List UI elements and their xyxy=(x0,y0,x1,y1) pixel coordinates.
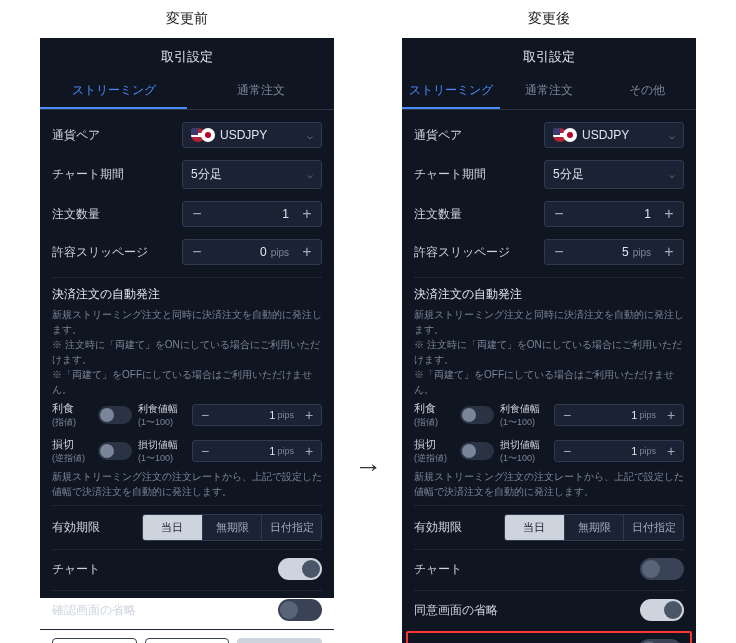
consent-skip-label: 同意画面の省略 xyxy=(414,602,498,619)
after-panel: 取引設定 ストリーミング 通常注文 その他 通貨ペア USDJPY ⌵ チャート… xyxy=(402,38,696,643)
tp-stepper[interactable]: − 1 pips + xyxy=(554,404,684,426)
tp-label: 利食 xyxy=(52,401,92,416)
chart-toggle-label: チャート xyxy=(52,561,100,578)
plus-button[interactable]: + xyxy=(655,240,683,264)
tab-streaming[interactable]: ストリーミング xyxy=(40,74,187,109)
slippage-label: 許容スリッページ xyxy=(52,244,148,261)
chevron-down-icon: ⌵ xyxy=(669,130,675,141)
tp-sub: (指値) xyxy=(52,416,92,429)
chevron-down-icon: ⌵ xyxy=(307,169,313,180)
chart-period-select[interactable]: 5分足 ⌵ xyxy=(544,160,684,189)
currency-pair-select[interactable]: USDJPY ⌵ xyxy=(182,122,322,148)
sl-stepper[interactable]: − 1 pips + xyxy=(192,440,322,462)
chart-period-value: 5分足 xyxy=(191,166,222,183)
sl-range: (1〜100) xyxy=(138,452,186,465)
tp-sub: (指値) xyxy=(414,416,454,429)
expiry-segment[interactable]: 当日 無期限 日付指定 xyxy=(142,514,322,541)
sl-toggle[interactable] xyxy=(98,442,132,460)
sl-value: 1 xyxy=(217,445,277,457)
plus-button[interactable]: + xyxy=(297,405,321,425)
seg-unlimited[interactable]: 無期限 xyxy=(202,515,262,540)
minus-button[interactable]: − xyxy=(183,202,211,226)
currency-pair-select[interactable]: USDJPY ⌵ xyxy=(544,122,684,148)
minus-button[interactable]: − xyxy=(545,202,573,226)
tp-stepper[interactable]: − 1 pips + xyxy=(192,404,322,426)
minus-button[interactable]: − xyxy=(555,441,579,461)
slippage-unit: pips xyxy=(633,247,655,258)
auto-settle-title: 決済注文の自動発注 xyxy=(414,286,684,303)
tab-normal-order[interactable]: 通常注文 xyxy=(500,74,598,109)
chart-toggle[interactable] xyxy=(640,558,684,580)
plus-button[interactable]: + xyxy=(659,405,683,425)
chevron-down-icon: ⌵ xyxy=(669,169,675,180)
slippage-stepper[interactable]: − 0 pips + xyxy=(182,239,322,265)
sl-label: 損切 xyxy=(52,437,92,452)
consent-skip-toggle[interactable] xyxy=(640,599,684,621)
seg-today[interactable]: 当日 xyxy=(505,515,564,540)
seg-date[interactable]: 日付指定 xyxy=(261,515,321,540)
sl-toggle[interactable] xyxy=(460,442,494,460)
seg-unlimited[interactable]: 無期限 xyxy=(564,515,624,540)
cancel-button[interactable]: キャンセル xyxy=(145,638,230,643)
tp-width-label: 利食値幅 xyxy=(500,402,548,416)
auto-settle-note1: ※ 注文時に「両建て」をONにしている場合にご利用いただけます。 xyxy=(52,337,322,367)
plus-button[interactable]: + xyxy=(293,240,321,264)
complete-skip-toggle[interactable] xyxy=(638,639,682,643)
panel-header: 取引設定 xyxy=(402,38,696,74)
reset-button[interactable]: 初期化 xyxy=(52,638,137,643)
tp-label: 利食 xyxy=(414,401,454,416)
before-title: 変更前 xyxy=(166,10,208,28)
auto-note: 新規ストリーミング注文の注文レートから、上記で設定した値幅で決済注文を自動的に発… xyxy=(414,469,684,499)
minus-button[interactable]: − xyxy=(193,441,217,461)
seg-date[interactable]: 日付指定 xyxy=(623,515,683,540)
plus-button[interactable]: + xyxy=(297,441,321,461)
slippage-value: 5 xyxy=(573,245,633,259)
chart-period-label: チャート期間 xyxy=(414,166,486,183)
tp-toggle[interactable] xyxy=(460,406,494,424)
tab-streaming[interactable]: ストリーミング xyxy=(402,74,500,109)
minus-button[interactable]: − xyxy=(193,405,217,425)
after-title: 変更後 xyxy=(528,10,570,28)
order-qty-stepper[interactable]: − 1 + xyxy=(544,201,684,227)
plus-button[interactable]: + xyxy=(655,202,683,226)
tp-range: (1〜100) xyxy=(138,416,186,429)
auto-note: 新規ストリーミング注文の注文レートから、上記で設定した値幅で決済注文を自動的に発… xyxy=(52,469,322,499)
sl-unit: pips xyxy=(277,446,297,456)
order-qty-value: 1 xyxy=(211,207,293,221)
chart-period-select[interactable]: 5分足 ⌵ xyxy=(182,160,322,189)
chevron-down-icon: ⌵ xyxy=(307,130,313,141)
plus-button[interactable]: + xyxy=(659,441,683,461)
minus-button[interactable]: − xyxy=(555,405,579,425)
chart-toggle[interactable] xyxy=(278,558,322,580)
order-qty-value: 1 xyxy=(573,207,655,221)
before-panel: 取引設定 ストリーミング 通常注文 通貨ペア USDJPY ⌵ チャート期間 5… xyxy=(40,38,334,598)
arrow-icon: → xyxy=(354,451,382,483)
sl-stepper[interactable]: − 1 pips + xyxy=(554,440,684,462)
currency-pair-label: 通貨ペア xyxy=(52,127,100,144)
sl-unit: pips xyxy=(639,446,659,456)
flag-usdjpy-icon xyxy=(191,128,215,142)
expiry-label: 有効期限 xyxy=(52,519,100,536)
tab-other[interactable]: その他 xyxy=(598,74,696,109)
save-button[interactable]: 保存 xyxy=(237,638,322,643)
minus-button[interactable]: − xyxy=(545,240,573,264)
sl-width-label: 損切値幅 xyxy=(138,438,186,452)
minus-button[interactable]: − xyxy=(183,240,211,264)
expiry-segment[interactable]: 当日 無期限 日付指定 xyxy=(504,514,684,541)
tp-unit: pips xyxy=(277,410,297,420)
slippage-stepper[interactable]: − 5 pips + xyxy=(544,239,684,265)
tp-value: 1 xyxy=(579,409,639,421)
tp-toggle[interactable] xyxy=(98,406,132,424)
confirm-skip-toggle[interactable] xyxy=(278,599,322,621)
confirm-skip-label: 確認画面の省略 xyxy=(52,602,136,619)
sl-range: (1〜100) xyxy=(500,452,548,465)
order-qty-stepper[interactable]: − 1 + xyxy=(182,201,322,227)
panel-header: 取引設定 xyxy=(40,38,334,74)
tab-normal-order[interactable]: 通常注文 xyxy=(187,74,334,109)
seg-today[interactable]: 当日 xyxy=(143,515,202,540)
currency-pair-label: 通貨ペア xyxy=(414,127,462,144)
tp-unit: pips xyxy=(639,410,659,420)
slippage-value: 0 xyxy=(211,245,271,259)
currency-pair-value: USDJPY xyxy=(220,128,267,142)
plus-button[interactable]: + xyxy=(293,202,321,226)
